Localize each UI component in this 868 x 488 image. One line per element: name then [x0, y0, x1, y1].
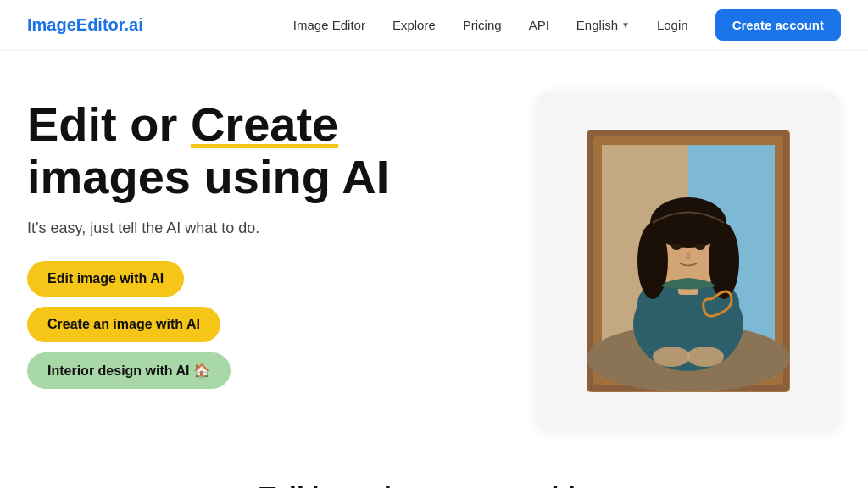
svg-point-14 [695, 243, 705, 250]
hero-subtitle: It's easy, just tell the AI what to do. [27, 219, 485, 237]
login-button[interactable]: Login [657, 18, 688, 32]
svg-point-13 [671, 243, 682, 250]
svg-point-15 [653, 347, 690, 367]
interior-design-button[interactable]: Interior design with AI 🏠 [27, 352, 231, 389]
logo[interactable]: ImageEditor.ai [27, 15, 143, 35]
hero-title-part2: images using AI [27, 150, 389, 203]
hero-section: Edit or Create images using AI It's easy… [0, 51, 868, 464]
hero-title-part1: Edit or [27, 97, 191, 151]
nav-explore[interactable]: Explore [392, 18, 436, 32]
nav-pricing[interactable]: Pricing [463, 18, 502, 32]
hero-image-area [536, 92, 841, 430]
svg-point-11 [637, 223, 668, 299]
hero-image-card [536, 92, 841, 430]
bottom-teaser: Tell it to change something [0, 464, 868, 488]
svg-point-12 [709, 223, 739, 299]
mona-lisa-illustration [587, 130, 790, 392]
hero-buttons: Edit image with AI Create an image with … [27, 261, 485, 389]
language-selector[interactable]: English ▼ [576, 18, 630, 32]
create-account-button[interactable]: Create account [715, 9, 841, 41]
nav-api[interactable]: API [529, 18, 549, 32]
create-image-button[interactable]: Create an image with AI [27, 307, 220, 342]
svg-point-16 [687, 347, 724, 367]
navbar: ImageEditor.ai Image Editor Explore Pric… [0, 0, 868, 51]
chevron-down-icon: ▼ [621, 20, 630, 30]
edit-image-button[interactable]: Edit image with AI [27, 261, 184, 297]
hero-title-highlight1: Create [191, 97, 338, 151]
language-label: English [576, 18, 618, 32]
nav-image-editor[interactable]: Image Editor [293, 18, 365, 32]
nav-links: Image Editor Explore Pricing API English… [293, 9, 841, 41]
bottom-teaser-title: Tell it to change something [27, 481, 841, 488]
hero-title: Edit or Create images using AI [27, 98, 485, 202]
hero-content: Edit or Create images using AI It's easy… [27, 92, 485, 389]
